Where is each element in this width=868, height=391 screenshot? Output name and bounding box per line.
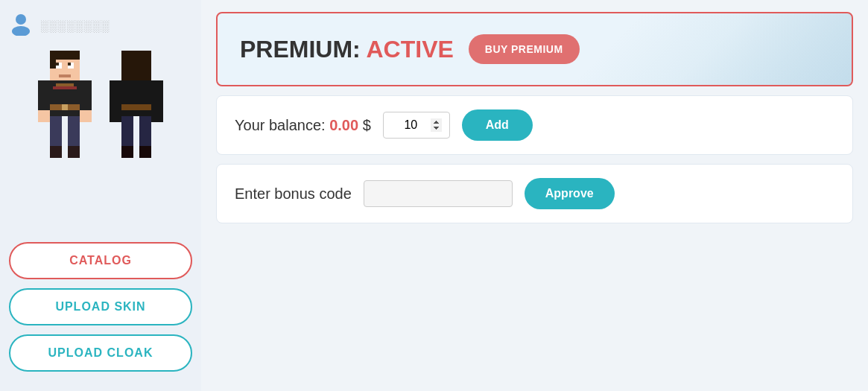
- svg-rect-19: [50, 146, 62, 158]
- premium-box: PREMIUM: ACTIVE BUY PREMIUM: [216, 12, 853, 86]
- user-info: ░░░░░░░░: [9, 12, 110, 39]
- premium-label: PREMIUM:: [240, 36, 361, 63]
- balance-amount: 0.00: [329, 117, 358, 133]
- premium-title: PREMIUM: ACTIVE: [240, 36, 454, 63]
- approve-button[interactable]: Approve: [525, 178, 615, 209]
- svg-rect-23: [121, 51, 151, 80]
- buy-premium-button[interactable]: BUY PREMIUM: [469, 34, 580, 64]
- amount-input[interactable]: [383, 112, 450, 139]
- svg-rect-8: [68, 63, 71, 66]
- svg-rect-30: [121, 146, 133, 158]
- svg-point-0: [16, 14, 26, 25]
- balance-label: Your balance: 0.00 $: [235, 117, 371, 134]
- bonus-input[interactable]: [364, 180, 513, 207]
- svg-rect-27: [151, 80, 163, 122]
- svg-rect-21: [56, 83, 74, 86]
- upload-skin-button[interactable]: UPLOAD SKIN: [9, 288, 192, 325]
- add-button[interactable]: Add: [462, 109, 533, 141]
- bonus-box: Enter bonus code Approve: [216, 164, 853, 223]
- svg-rect-20: [68, 146, 80, 158]
- balance-box: Your balance: 0.00 $ Add: [216, 95, 853, 155]
- svg-rect-7: [56, 63, 59, 66]
- svg-rect-22: [53, 86, 77, 89]
- user-icon: [9, 12, 33, 39]
- left-panel: ░░░░░░░░: [0, 0, 201, 391]
- svg-rect-4: [50, 51, 56, 69]
- svg-rect-14: [38, 110, 50, 122]
- username: ░░░░░░░░: [40, 19, 110, 32]
- bonus-label: Enter bonus code: [235, 185, 352, 203]
- svg-rect-12: [62, 104, 68, 110]
- svg-rect-16: [80, 110, 92, 122]
- skin-front: [35, 51, 95, 170]
- svg-rect-13: [38, 80, 50, 110]
- svg-rect-26: [110, 80, 121, 122]
- right-panel: PREMIUM: ACTIVE BUY PREMIUM Your balance…: [201, 0, 868, 391]
- svg-rect-15: [80, 80, 92, 110]
- skin-back: [107, 51, 166, 170]
- nav-buttons: CATALOG UPLOAD SKIN UPLOAD CLOAK: [9, 242, 192, 379]
- upload-cloak-button[interactable]: UPLOAD CLOAK: [9, 334, 192, 372]
- skin-area: [35, 51, 166, 170]
- svg-rect-31: [139, 146, 151, 158]
- catalog-button[interactable]: CATALOG: [9, 242, 192, 279]
- svg-point-1: [12, 26, 30, 36]
- balance-currency: $: [363, 117, 371, 133]
- premium-status: ACTIVE: [366, 36, 453, 63]
- svg-rect-25: [121, 104, 151, 110]
- svg-rect-24: [121, 80, 151, 116]
- svg-rect-9: [59, 74, 71, 77]
